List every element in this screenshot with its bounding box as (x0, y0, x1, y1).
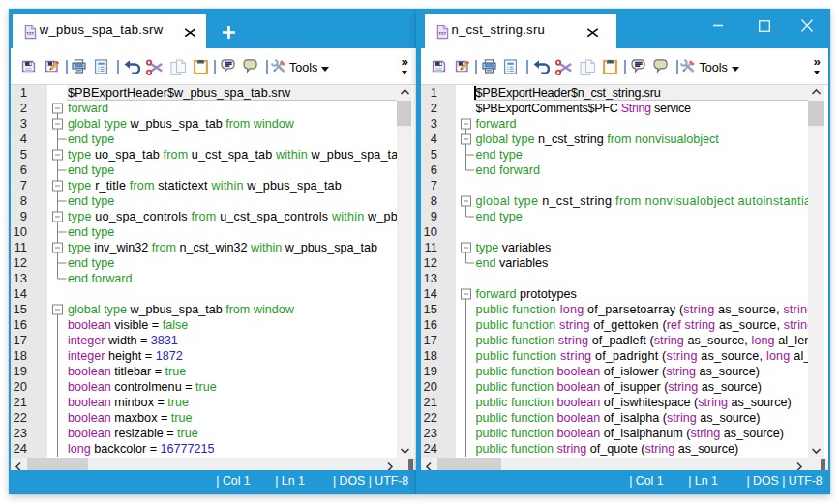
svg-text:TXT: TXT (438, 30, 446, 35)
svg-text:TXT: TXT (26, 30, 34, 35)
